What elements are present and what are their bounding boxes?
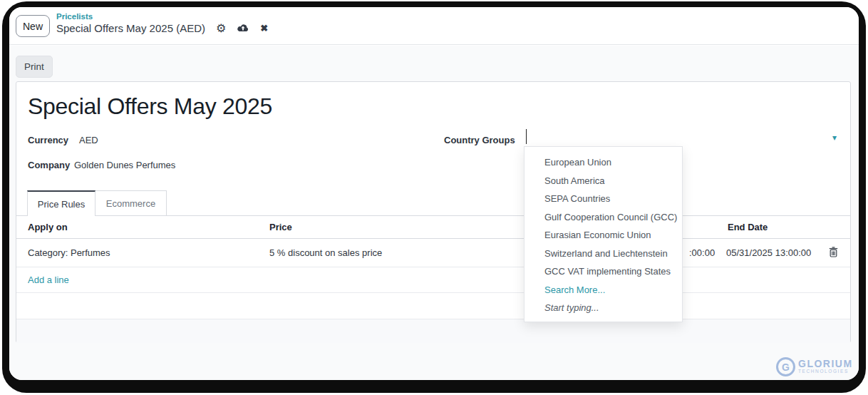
tab-ecommerce[interactable]: Ecommerce — [95, 190, 167, 216]
form-view-area: Print Special Offers May 2025 Currency A… — [9, 46, 859, 380]
gear-icon[interactable]: ⚙ — [216, 23, 226, 34]
column-header-end-date: End Date — [728, 222, 768, 232]
company-label: Company — [28, 160, 70, 170]
empty-row-muted — [16, 319, 850, 343]
breadcrumb: Pricelists Special Offers May 2025 (AED)… — [56, 12, 268, 34]
table-row[interactable]: Category: Perfumes 5 % discount on sales… — [16, 239, 850, 267]
pricelist-name-field[interactable]: Special Offers May 2025 — [28, 93, 272, 120]
chevron-down-icon[interactable]: ▾ — [832, 133, 837, 142]
company-value[interactable]: Golden Dunes Perfumes — [74, 160, 175, 170]
trash-icon[interactable] — [829, 247, 838, 260]
glorium-logo-icon: G — [776, 357, 795, 376]
glorium-logo: G GLORIUM TECHNOLOGIES — [776, 357, 853, 376]
country-groups-label: Country Groups — [444, 135, 515, 145]
table-header-row: Apply on Price End Date — [16, 216, 850, 239]
cell-apply-on[interactable]: Category: Perfumes — [28, 247, 110, 258]
dropdown-option-eurasian-economic-union[interactable]: Eurasian Economic Union — [525, 226, 682, 245]
currency-value[interactable]: AED — [79, 135, 98, 145]
print-button[interactable]: Print — [16, 56, 53, 78]
glorium-brand-text: GLORIUM — [798, 359, 853, 369]
app-window: New Pricelists Special Offers May 2025 (… — [9, 7, 859, 380]
search-more-link[interactable]: Search More... — [525, 281, 682, 299]
column-header-apply-on: Apply on — [28, 222, 68, 232]
top-bar: New Pricelists Special Offers May 2025 (… — [9, 7, 859, 45]
dropdown-option-sepa-countries[interactable]: SEPA Countries — [525, 190, 682, 208]
device-frame: New Pricelists Special Offers May 2025 (… — [0, 0, 868, 395]
save-cloud-icon[interactable] — [237, 24, 249, 34]
glorium-sub-text: TECHNOLOGIES — [798, 369, 853, 374]
notebook-tabs: Price Rules Ecommerce — [27, 190, 167, 216]
dropdown-option-switzerland-liechtenstein[interactable]: Switzerland and Liechtenstein — [525, 245, 682, 263]
column-header-price: Price — [269, 222, 292, 232]
dropdown-option-european-union[interactable]: European Union — [525, 153, 682, 172]
breadcrumb-current-record: Special Offers May 2025 (AED) — [56, 22, 205, 34]
tab-price-rules[interactable]: Price Rules — [27, 190, 95, 216]
dropdown-option-gcc-vat-states[interactable]: GCC VAT implementing States — [525, 262, 682, 281]
cell-price[interactable]: 5 % discount on sales price — [269, 247, 382, 258]
text-cursor — [526, 129, 527, 144]
dropdown-option-south-america[interactable]: South America — [525, 172, 682, 190]
country-groups-dropdown: European Union South America SEPA Countr… — [524, 146, 683, 322]
add-a-line-link[interactable]: Add a line — [28, 275, 69, 285]
cell-start-date-partial[interactable]: :00:00 — [689, 247, 715, 258]
start-typing-hint: Start typing... — [525, 299, 682, 317]
currency-label: Currency — [28, 135, 68, 145]
cell-end-date[interactable]: 05/31/2025 13:00:00 — [726, 247, 811, 258]
breadcrumb-pricelists-link[interactable]: Pricelists — [56, 12, 268, 21]
add-line-row: Add a line — [16, 267, 850, 293]
empty-row — [16, 293, 850, 319]
new-button[interactable]: New — [16, 15, 50, 37]
discard-close-icon[interactable]: ✖ — [260, 24, 268, 33]
pricelist-form-card: Special Offers May 2025 Currency AED Com… — [16, 81, 851, 343]
dropdown-option-gcc[interactable]: Gulf Cooperation Council (GCC) — [525, 208, 682, 227]
